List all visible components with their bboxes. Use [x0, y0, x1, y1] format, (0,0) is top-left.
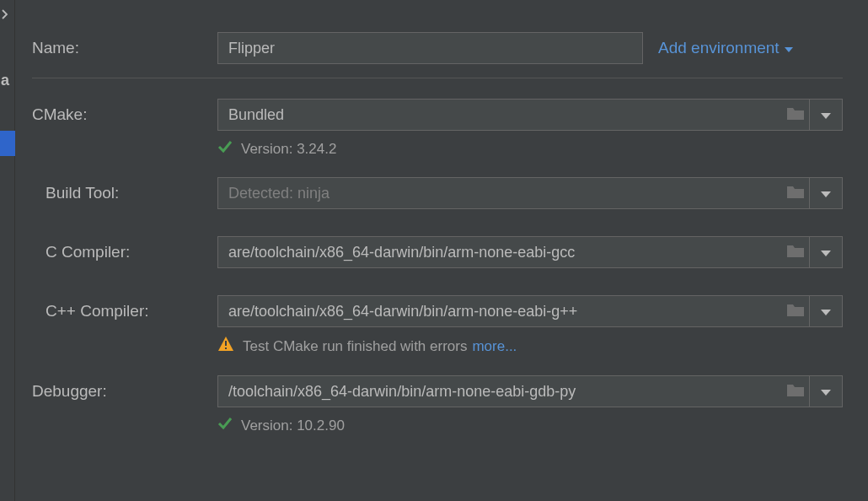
debugger-label: Debugger:	[32, 382, 217, 401]
chevron-down-icon	[821, 303, 831, 321]
svg-rect-0	[225, 341, 227, 346]
cmake-row: CMake: Bundled	[32, 99, 843, 131]
build-tool-dropdown-button[interactable]	[809, 177, 843, 209]
folder-icon	[786, 302, 805, 321]
c-compiler-dropdown-button[interactable]	[809, 236, 843, 268]
build-tool-label: Build Tool:	[32, 184, 217, 202]
debugger-browse-button[interactable]	[782, 375, 809, 407]
cpp-compiler-label: C++ Compiler:	[32, 302, 217, 321]
folder-icon	[786, 184, 805, 203]
cpp-compiler-row: C++ Compiler: are/toolchain/x86_64-darwi…	[32, 295, 843, 327]
chevron-down-icon	[785, 39, 793, 57]
debugger-dropdown-button[interactable]	[809, 375, 843, 407]
debugger-combo[interactable]: /toolchain/x86_64-darwin/bin/arm-none-ea…	[217, 375, 843, 407]
chevron-down-icon	[821, 244, 831, 261]
c-compiler-label: C Compiler:	[32, 243, 217, 261]
c-compiler-browse-button[interactable]	[782, 236, 809, 268]
chevron-down-icon	[821, 185, 831, 202]
check-icon	[217, 416, 233, 435]
cmake-label: CMake:	[32, 105, 217, 124]
folder-icon	[786, 243, 805, 262]
cmake-version-text: Version: 3.24.2	[241, 141, 336, 158]
name-input[interactable]	[217, 32, 643, 64]
toolchain-settings-form: Name: Add environment CMake: Bundled	[32, 32, 843, 454]
cmake-browse-button[interactable]	[782, 99, 809, 131]
sidebar-tab-label[interactable]: a	[1, 72, 9, 89]
svg-rect-1	[225, 347, 227, 349]
name-row: Name: Add environment	[32, 32, 843, 64]
c-compiler-combo[interactable]: are/toolchain/x86_64-darwin/bin/arm-none…	[217, 236, 843, 268]
folder-icon	[786, 105, 805, 125]
cpp-compiler-value: are/toolchain/x86_64-darwin/bin/arm-none…	[217, 295, 782, 327]
sidebar-selected-marker	[0, 131, 15, 156]
cmake-dropdown-button[interactable]	[809, 99, 843, 131]
build-tool-value: Detected: ninja	[217, 177, 782, 209]
cpp-compiler-combo[interactable]: are/toolchain/x86_64-darwin/bin/arm-none…	[217, 295, 843, 327]
debugger-version-text: Version: 10.2.90	[241, 418, 345, 434]
add-environment-link[interactable]: Add environment	[658, 39, 793, 57]
compiler-error-text: Test CMake run finished with errors	[243, 338, 467, 355]
build-tool-row: Build Tool: Detected: ninja	[32, 177, 843, 209]
warning-icon	[217, 336, 234, 357]
check-icon	[217, 139, 233, 159]
name-field-group: Add environment	[217, 32, 843, 64]
chevron-down-icon	[821, 106, 831, 124]
chevron-down-icon	[821, 383, 831, 401]
cpp-compiler-dropdown-button[interactable]	[809, 295, 843, 327]
cmake-combo[interactable]: Bundled	[217, 99, 843, 131]
add-environment-label: Add environment	[658, 39, 780, 57]
build-tool-browse-button[interactable]	[782, 177, 809, 209]
build-tool-combo[interactable]: Detected: ninja	[217, 177, 843, 209]
name-label: Name:	[32, 39, 217, 57]
c-compiler-row: C Compiler: are/toolchain/x86_64-darwin/…	[32, 236, 843, 268]
c-compiler-value: are/toolchain/x86_64-darwin/bin/arm-none…	[217, 236, 782, 268]
chevron-right-icon[interactable]	[2, 8, 8, 22]
cpp-compiler-browse-button[interactable]	[782, 295, 809, 327]
left-sidebar: a	[0, 0, 15, 501]
debugger-row: Debugger: /toolchain/x86_64-darwin/bin/a…	[32, 375, 843, 407]
debugger-value: /toolchain/x86_64-darwin/bin/arm-none-ea…	[217, 375, 782, 407]
cmake-value: Bundled	[217, 99, 782, 131]
more-link[interactable]: more...	[472, 338, 517, 355]
separator	[32, 78, 843, 78]
debugger-status: Version: 10.2.90	[217, 416, 843, 435]
compiler-warning-status: Test CMake run finished with errors more…	[217, 336, 843, 357]
folder-icon	[786, 382, 805, 401]
cmake-status: Version: 3.24.2	[217, 139, 843, 159]
